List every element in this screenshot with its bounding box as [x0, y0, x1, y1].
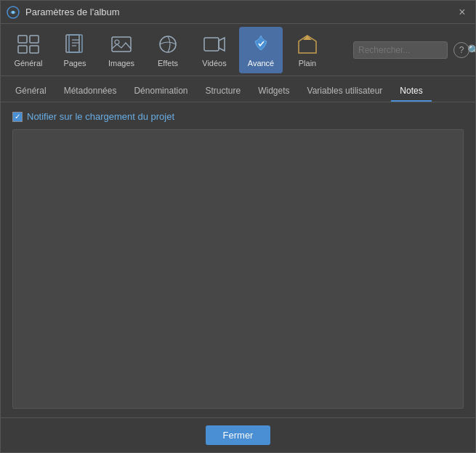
svg-rect-11 — [112, 37, 131, 52]
search-box[interactable]: 🔍 — [353, 41, 448, 59]
tab-widgets[interactable]: Widgets — [249, 81, 298, 102]
search-input[interactable] — [358, 45, 467, 55]
tab-metadonnees[interactable]: Métadonnées — [55, 81, 126, 102]
checkbox-check-icon: ✓ — [15, 113, 20, 121]
svg-rect-6 — [66, 35, 79, 52]
svg-rect-7 — [69, 35, 82, 52]
close-window-button[interactable]: × — [455, 5, 469, 20]
tab-general[interactable]: Général — [7, 81, 55, 102]
pages-icon — [63, 33, 86, 56]
svg-point-13 — [160, 36, 176, 52]
notes-textarea-wrapper — [12, 129, 464, 409]
tab-bar: Général Métadonnées Dénomination Structu… — [1, 76, 475, 102]
toolbar-label-pages: Pages — [63, 59, 86, 68]
tab-denomination[interactable]: Dénomination — [125, 81, 196, 102]
toolbar-label-images: Images — [108, 59, 134, 68]
app-logo-icon — [7, 6, 20, 19]
plain-icon — [296, 33, 319, 56]
close-button[interactable]: Fermer — [206, 425, 271, 445]
tab-notes[interactable]: Notes — [391, 81, 431, 102]
footer: Fermer — [1, 417, 475, 452]
avance-icon — [249, 33, 273, 56]
toolbar-item-general[interactable]: Général — [7, 27, 50, 73]
effets-icon — [156, 33, 179, 56]
notify-checkbox-row: ✓ Notifier sur le chargement du projet — [12, 111, 464, 122]
toolbar: Général Pages — [1, 24, 475, 76]
toolbar-label-plain: Plain — [299, 59, 316, 68]
images-icon — [110, 33, 133, 56]
toolbar-label-effets: Effets — [158, 59, 178, 68]
svg-point-12 — [115, 40, 119, 44]
toolbar-item-images[interactable]: Images — [100, 27, 143, 73]
svg-rect-5 — [30, 46, 39, 53]
tab-variables[interactable]: Variables utilisateur — [299, 81, 392, 102]
title-bar: Paramètres de l'album × — [1, 1, 475, 24]
toolbar-item-plain[interactable]: Plain — [286, 27, 329, 73]
content-area: ✓ Notifier sur le chargement du projet — [1, 102, 475, 417]
toolbar-search-area: 🔍 ? — [353, 41, 469, 59]
general-icon — [17, 33, 40, 56]
window-title: Paramètres de l'album — [25, 7, 455, 17]
svg-rect-14 — [204, 38, 219, 51]
main-window: Paramètres de l'album × Général — [0, 0, 476, 453]
svg-rect-4 — [30, 36, 39, 43]
help-button[interactable]: ? — [453, 42, 469, 58]
toolbar-item-pages[interactable]: Pages — [53, 27, 97, 73]
toolbar-label-avance: Avancé — [248, 59, 275, 68]
tab-structure[interactable]: Structure — [196, 81, 249, 102]
toolbar-label-videos: Vidéos — [202, 59, 226, 68]
svg-rect-3 — [18, 46, 27, 53]
videos-icon — [203, 33, 226, 56]
toolbar-item-avance[interactable]: Avancé — [239, 27, 283, 73]
notify-label: Notifier sur le chargement du projet — [27, 111, 174, 122]
svg-point-1 — [12, 11, 15, 14]
toolbar-item-videos[interactable]: Vidéos — [193, 27, 236, 73]
toolbar-item-effets[interactable]: Effets — [146, 27, 190, 73]
notes-textarea[interactable] — [13, 130, 463, 408]
toolbar-label-general: Général — [14, 59, 42, 68]
toolbar-items: Général Pages — [7, 27, 353, 73]
notify-checkbox[interactable]: ✓ — [12, 112, 23, 122]
svg-marker-15 — [219, 38, 225, 51]
svg-rect-2 — [18, 36, 27, 43]
